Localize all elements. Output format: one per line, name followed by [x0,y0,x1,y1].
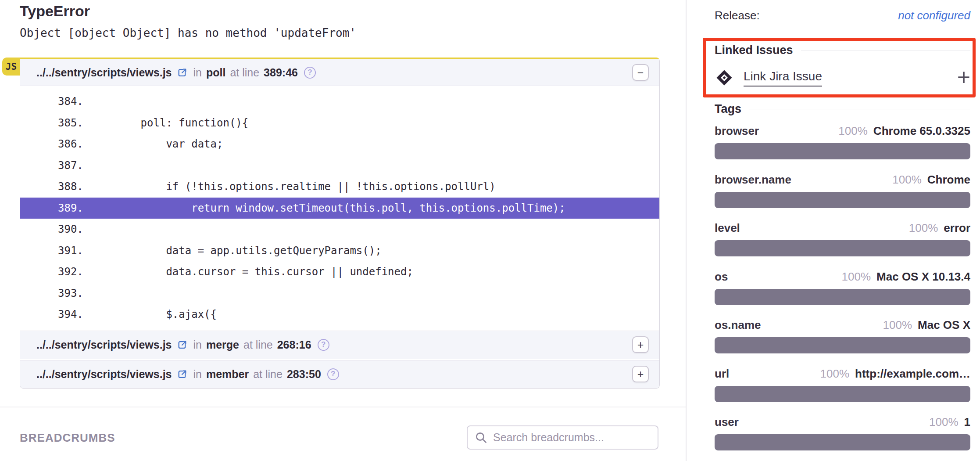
tag-percent: 100% [892,173,922,187]
code-line: 386. var data; [20,133,659,155]
expand-frame-button[interactable]: + [632,336,649,353]
code-line: 394. $.ajax({ [20,304,659,325]
code-line: 384. [20,91,659,112]
tags-section-title: Tags [715,102,970,116]
tag-percent: 100% [929,415,959,429]
code-line: 393. [20,283,659,304]
add-linked-issue-icon[interactable]: + [957,68,970,87]
help-icon[interactable]: ? [318,339,329,351]
link-jira-issue-row[interactable]: Link Jira Issue + [715,67,970,88]
heading-rule [801,50,970,50]
external-link-icon[interactable] [177,339,188,350]
stack-frame[interactable]: ../../sentry/scripts/views.js in member … [20,360,659,388]
section-divider [0,407,686,407]
tag-value: Mac OS X 10.13.4 [876,270,970,284]
tag-distribution-bar[interactable] [715,143,970,159]
tag-distribution-bar[interactable] [715,192,970,208]
tag-value: error [944,221,970,235]
external-link-icon[interactable] [177,369,188,380]
tag-key: browser [715,124,759,138]
stack-frame[interactable]: ../../sentry/scripts/views.js in poll at… [20,59,659,86]
code-line: 391. data = app.utils.getQueryParams(); [20,240,659,262]
tag-distribution-bar[interactable] [715,386,970,402]
code-text: data.cursor = this.cursor || undefined; [90,266,413,278]
tags-heading: Tags [715,102,741,116]
frame-path: ../../sentry/scripts/views.js [36,66,172,79]
line-number: 390. [20,223,90,235]
jira-icon [715,69,733,86]
exception-type-title: TypeError [20,3,90,20]
line-number: 393. [20,287,90,299]
frame-atline-label: at line [243,339,273,351]
release-row: Release: not configured [715,9,970,22]
release-label: Release: [715,9,760,22]
frame-function: poll [206,66,225,79]
frame-path: ../../sentry/scripts/views.js [36,368,172,381]
tag-row-os.name: os.name100%Mac OS X [715,318,970,353]
tag-row-user: user100%1 [715,415,970,450]
code-line: 390. [20,219,659,240]
frame-atline-label: at line [253,368,283,381]
tag-row-url: url100%http://example.com… [715,367,970,402]
code-text: data = app.utils.getQueryParams(); [90,245,382,257]
line-number: 384. [20,95,90,108]
tag-percent: 100% [842,270,871,284]
code-text: $.ajax({ [90,308,217,321]
tag-distribution-bar[interactable] [715,337,970,353]
expand-frame-button[interactable]: + [632,366,649,382]
release-not-configured-link[interactable]: not configured [898,9,970,22]
code-text: var data; [90,138,223,150]
frame-function: member [206,368,249,381]
tag-value: http://example.com… [855,367,970,381]
external-link-icon[interactable] [177,67,188,78]
tag-percent: 100% [820,367,850,381]
frame-lineno: 389:46 [264,66,298,79]
frame-atline-label: at line [230,66,259,79]
code-line: 385. poll: function(){ [20,112,659,134]
breadcrumbs-search-box[interactable] [467,425,658,450]
frame-in-label: in [193,66,201,79]
link-jira-issue-link[interactable]: Link Jira Issue [744,69,822,86]
help-icon[interactable]: ? [327,368,339,380]
frame-lineno: 283:50 [287,368,321,381]
linked-issues-section-title: Linked Issues [715,43,970,57]
stacktrace-container: ../../sentry/scripts/views.js in poll at… [20,58,660,389]
tag-percent: 100% [838,124,868,138]
line-number: 386. [20,138,90,150]
tag-percent: 100% [883,318,912,332]
line-number: 387. [20,159,90,172]
source-code-listing: 384.385. poll: function(){386. var data;… [20,86,659,329]
breadcrumbs-search-input[interactable] [493,431,642,444]
linked-issues-heading: Linked Issues [715,43,793,57]
tag-distribution-bar[interactable] [715,289,970,305]
help-icon[interactable]: ? [304,67,316,79]
collapse-frame-button[interactable]: − [632,64,649,81]
tag-row-browser.name: browser.name100%Chrome [715,173,970,208]
tag-key: os.name [715,318,761,332]
frame-in-label: in [193,368,201,381]
issue-sidebar: Release: not configured Linked Issues Li… [687,0,980,461]
tag-row-browser: browser100%Chrome 65.0.3325 [715,124,970,159]
tag-percent: 100% [909,221,938,235]
line-number: 385. [20,117,90,129]
tag-distribution-bar[interactable] [715,434,970,450]
line-number: 389. [20,202,90,214]
tag-key: browser.name [715,173,791,187]
platform-js-badge: JS [2,58,20,76]
stack-frame[interactable]: ../../sentry/scripts/views.js in merge a… [20,331,659,359]
code-line: 392. data.cursor = this.cursor || undefi… [20,261,659,283]
code-line: 389. return window.setTimeout(this.poll,… [20,198,659,219]
tag-value: Chrome [927,173,970,187]
tag-key: url [715,367,729,381]
frame-in-label: in [193,339,201,351]
frame-function: merge [206,339,239,351]
tag-row-level: level100%error [715,221,970,256]
exception-value: Object [object Object] has no method 'up… [20,26,356,40]
line-number: 391. [20,245,90,257]
code-line: 387. [20,155,659,176]
code-text: if (!this.options.realtime || !this.opti… [90,180,496,193]
frame-path: ../../sentry/scripts/views.js [36,339,172,351]
tag-distribution-bar[interactable] [715,240,970,256]
code-text: return window.setTimeout(this.poll, this… [90,202,565,214]
breadcrumbs-heading: BREADCRUMBS [20,431,115,445]
